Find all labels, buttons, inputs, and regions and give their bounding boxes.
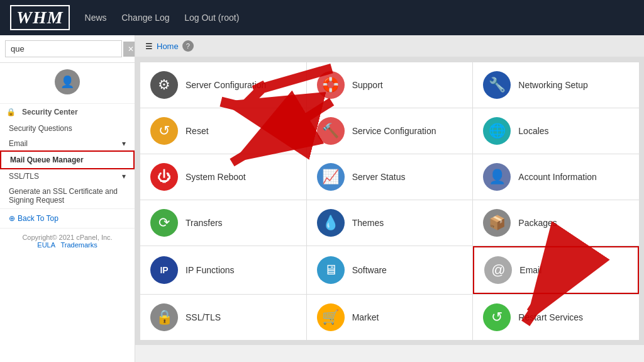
- market-icon: 🛒: [317, 303, 345, 331]
- ssltls-icon: 🔒: [150, 303, 178, 331]
- nav-logout[interactable]: Log Out (root): [184, 13, 239, 23]
- grid-item-email[interactable]: @ Email: [473, 246, 639, 294]
- grid-item-restart[interactable]: ↺ Restart Services: [473, 295, 639, 340]
- breadcrumb: ☰ Home ?: [135, 35, 644, 57]
- sidebar-footer: Copyright© 2021 cPanel, Inc. EULA Tradem…: [0, 228, 135, 254]
- email-label: Email: [519, 265, 541, 275]
- layout: ✕ 👤 🔒 Security Center Security Questions…: [0, 35, 644, 362]
- back-to-top-button[interactable]: ⊕ Back To Top: [0, 209, 135, 228]
- home-link[interactable]: Home: [157, 42, 179, 51]
- grid-item-transfers[interactable]: ⟳ Transfers: [140, 200, 306, 246]
- grid-item-locales[interactable]: 🌐 Locales: [473, 108, 639, 154]
- grid: ⚙ Server Configuration 🛟 Support 🔧 Netwo…: [135, 57, 644, 345]
- search-clear-button[interactable]: ✕: [123, 42, 135, 57]
- networking-icon: 🔧: [483, 71, 511, 99]
- account-icon: 👤: [483, 163, 511, 191]
- trademarks-link[interactable]: Trademarks: [60, 241, 97, 249]
- eula-link[interactable]: EULA: [37, 241, 55, 249]
- help-icon[interactable]: ?: [182, 40, 194, 52]
- grid-item-market[interactable]: 🛒 Market: [307, 295, 473, 340]
- reset-icon: ↺: [150, 117, 178, 145]
- ssltls-label: SSL/TLS: [186, 312, 221, 322]
- packages-label: Packages: [518, 218, 557, 228]
- packages-icon: 📦: [483, 209, 511, 237]
- sidebar-item-security-questions[interactable]: Security Questions: [0, 120, 135, 137]
- grid-item-reboot[interactable]: ⏻ System Reboot: [140, 154, 306, 200]
- themes-label: Themes: [352, 218, 384, 228]
- grid-item-support[interactable]: 🛟 Support: [307, 62, 473, 108]
- circle-up-icon: ⊕: [9, 214, 15, 223]
- transfers-label: Transfers: [186, 218, 223, 228]
- grid-item-account[interactable]: 👤 Account Information: [473, 154, 639, 200]
- restart-label: Restart Services: [518, 312, 583, 322]
- grid-item-server-config[interactable]: ⚙ Server Configuration: [140, 62, 306, 108]
- themes-icon: 💧: [317, 209, 345, 237]
- sidebar: ✕ 👤 🔒 Security Center Security Questions…: [0, 35, 135, 362]
- search-input[interactable]: [5, 40, 122, 57]
- locales-label: Locales: [518, 126, 548, 136]
- sidebar-content: 👤 🔒 Security Center Security Questions E…: [0, 63, 135, 362]
- sidebar-section-security: 🔒 Security Center Security Questions Ema…: [0, 104, 135, 209]
- sidebar-item-ssl-group[interactable]: SSL/TLS ▾: [0, 169, 135, 183]
- status-label: Server Status: [352, 172, 406, 182]
- main-content: ☰ Home ? ⚙ Server Configuration 🛟 Suppor…: [135, 35, 644, 362]
- nav-news[interactable]: News: [85, 13, 107, 23]
- header-nav: News Change Log Log Out (root): [85, 13, 252, 23]
- service-config-icon: 🔨: [317, 117, 345, 145]
- server-config-label: Server Configuration: [186, 80, 266, 90]
- reboot-label: System Reboot: [186, 172, 246, 182]
- service-config-label: Service Configuration: [352, 126, 436, 136]
- nav-changelog[interactable]: Change Log: [121, 13, 169, 23]
- grid-item-reset[interactable]: ↺ Reset: [140, 108, 306, 154]
- hamburger-icon: ☰: [145, 42, 153, 51]
- software-label: Software: [352, 265, 387, 275]
- sidebar-item-generate-ssl[interactable]: Generate an SSL Certificate and Signing …: [0, 183, 135, 208]
- header: WHM News Change Log Log Out (root): [0, 0, 644, 35]
- support-icon: 🛟: [317, 71, 345, 99]
- grid-item-ssltls[interactable]: 🔒 SSL/TLS: [140, 295, 306, 340]
- sidebar-item-email-group[interactable]: Email ▾: [0, 137, 135, 150]
- grid-item-software[interactable]: 🖥 Software: [307, 246, 473, 294]
- search-bar: ✕: [0, 35, 135, 63]
- grid-item-networking[interactable]: 🔧 Networking Setup: [473, 62, 639, 108]
- logo: WHM: [10, 5, 70, 30]
- chevron-down-icon-ssl: ▾: [122, 172, 126, 181]
- grid-item-ipfunctions[interactable]: IP IP Functions: [140, 246, 306, 294]
- grid-item-status[interactable]: 📈 Server Status: [307, 154, 473, 200]
- server-config-icon: ⚙: [150, 71, 178, 99]
- account-label: Account Information: [518, 172, 597, 182]
- locales-icon: 🌐: [483, 117, 511, 145]
- grid-item-packages[interactable]: 📦 Packages: [473, 200, 639, 246]
- sidebar-user: 👤: [0, 63, 135, 104]
- grid-item-service-config[interactable]: 🔨 Service Configuration: [307, 108, 473, 154]
- market-label: Market: [352, 312, 379, 322]
- transfers-icon: ⟳: [150, 209, 178, 237]
- ipfunctions-icon: IP: [150, 256, 178, 284]
- restart-icon: ↺: [483, 303, 511, 331]
- grid-item-themes[interactable]: 💧 Themes: [307, 200, 473, 246]
- reset-label: Reset: [186, 126, 209, 136]
- content-area: ⚙ Server Configuration 🛟 Support 🔧 Netwo…: [135, 57, 644, 345]
- sidebar-item-mail-queue-manager[interactable]: Mail Queue Manager: [0, 150, 135, 169]
- chevron-down-icon: ▾: [122, 139, 126, 148]
- lock-icon: 🔒: [6, 108, 16, 116]
- networking-label: Networking Setup: [518, 80, 588, 90]
- support-label: Support: [352, 80, 383, 90]
- email-icon: @: [484, 256, 512, 284]
- security-center-title[interactable]: 🔒 Security Center: [0, 104, 135, 120]
- status-icon: 📈: [317, 163, 345, 191]
- reboot-icon: ⏻: [150, 163, 178, 191]
- avatar: 👤: [55, 69, 80, 94]
- software-icon: 🖥: [317, 256, 345, 284]
- ipfunctions-label: IP Functions: [186, 265, 235, 275]
